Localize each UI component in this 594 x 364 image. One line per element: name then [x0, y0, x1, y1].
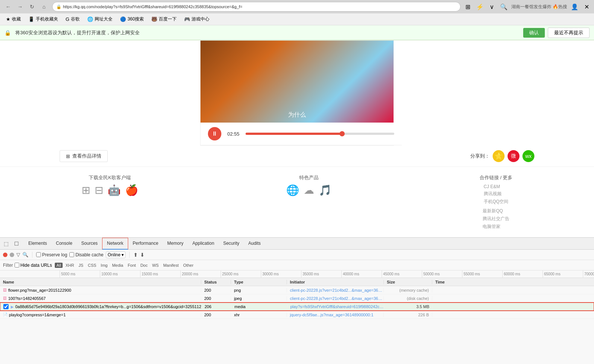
row1-initiator[interactable]: client-pc-20228.js?ver=21c4bd2...&max_ag… — [287, 288, 384, 292]
devtools-icon-buttons: ⬚ ☐ — [1, 239, 21, 248]
partner-ad[interactable]: 腾讯社交广告 — [483, 216, 509, 222]
tab-sources[interactable]: Sources — [77, 238, 102, 250]
row1-name-text: flower.png?max_age=2015122900 — [8, 288, 71, 292]
bookmark-label: 游戏中心 — [192, 16, 209, 22]
share-wechat-button[interactable]: wx — [522, 150, 534, 162]
filter-all[interactable]: All — [55, 263, 62, 268]
tab-application[interactable]: Application — [188, 238, 219, 250]
device-icon[interactable]: ☐ — [12, 239, 21, 248]
table-row[interactable]: 🖼 100?ts=1482405567 200 jpeg client-pc-2… — [0, 294, 594, 303]
confirm-button[interactable]: 确认 — [523, 28, 545, 38]
bookmark-360[interactable]: 🔵 360搜索 — [117, 15, 147, 24]
tick-3: 15000 ms — [140, 270, 180, 278]
user-avatar[interactable]: 👤 — [570, 2, 579, 11]
table-row[interactable]: 📄 playlog?compress=1&merge=1 200 xhr jqu… — [0, 311, 594, 319]
disable-cache-input[interactable] — [69, 252, 74, 257]
partner-manager[interactable]: 电脑管家 — [483, 224, 509, 230]
bookmark-games[interactable]: 🎮 游戏中心 — [181, 15, 212, 24]
header-initiator: Initiator — [287, 280, 384, 284]
filter-ws[interactable]: WS — [151, 262, 160, 268]
filter-js[interactable]: JS — [77, 262, 85, 268]
search-icon[interactable]: 🔍 — [499, 2, 508, 11]
filter-manifest[interactable]: Manifest — [162, 262, 180, 268]
row2-initiator[interactable]: client-pc-20228.js?ver=21c4bd2...&max_ag… — [287, 296, 384, 301]
preserve-log-input[interactable] — [36, 252, 41, 257]
filter-img[interactable]: Img — [99, 262, 109, 268]
windows2-icon[interactable]: ⊟ — [95, 184, 103, 196]
address-bar[interactable]: 🔒 https://kg.qq.com/node/play?s=fs9ShxfY… — [52, 2, 461, 12]
share-weibo-button[interactable]: 微 — [508, 150, 519, 162]
cloud-icon[interactable]: ☁ — [304, 184, 314, 196]
bookmark-mobile-fav[interactable]: 📱 手机收藏夹 — [25, 15, 61, 24]
bookmark-google[interactable]: G 谷歌 — [63, 15, 83, 24]
devtools-panel: ⬚ ☐ Elements Console Sources Network Per… — [0, 237, 594, 364]
tab-memory[interactable]: Memory — [163, 238, 188, 250]
tab-security[interactable]: Security — [219, 238, 244, 250]
bookmark-favorites[interactable]: ★ 收藏 — [3, 15, 24, 24]
tick-14: 70000 ms — [583, 270, 594, 278]
devtools-toolbar: ▽ 🔍 Preserve log Disable cache Online ▾ … — [0, 250, 594, 260]
progress-bar[interactable] — [246, 133, 394, 135]
tick-4: 20000 ms — [180, 270, 221, 278]
hide-data-urls-checkbox[interactable]: Hide data URLs — [15, 263, 52, 268]
partner-tencent[interactable]: 腾讯视频 — [484, 191, 509, 197]
music-icon[interactable]: 🎵 — [319, 184, 332, 196]
filter-font[interactable]: Font — [126, 262, 138, 268]
download-title: 下载全民K歌客户端 — [89, 174, 131, 181]
windows-icon[interactable]: ⊞ — [82, 184, 90, 196]
filter-xhr[interactable]: XHR — [64, 262, 76, 268]
bookmark-baidu[interactable]: 🐻 百度一下 — [148, 15, 180, 24]
filter-doc[interactable]: Doc — [139, 262, 149, 268]
table-row[interactable]: 🖼 flower.png?max_age=2015122900 200 png … — [0, 286, 594, 294]
tab-console[interactable]: Console — [51, 238, 77, 250]
tab-audits[interactable]: Audits — [244, 238, 265, 250]
back-button[interactable]: ← — [3, 1, 13, 12]
partner-links2: 最新新QQ 腾讯社交广告 电脑管家 — [483, 208, 509, 230]
chevron-down-icon[interactable]: ∨ — [487, 2, 496, 11]
globe2-icon[interactable]: 🌐 — [286, 184, 299, 196]
tick-2: 10000 ms — [100, 270, 140, 278]
hide-data-urls-input[interactable] — [15, 263, 19, 268]
download-icon[interactable]: ⬇ — [140, 252, 145, 258]
online-dropdown[interactable]: Online ▾ — [106, 251, 126, 258]
android-icon[interactable]: 🤖 — [108, 184, 121, 196]
close-icon[interactable]: ✕ — [582, 2, 591, 11]
image-icon: 🖼 — [3, 288, 7, 292]
tab-elements[interactable]: Elements — [24, 238, 51, 250]
clear-button[interactable] — [10, 253, 14, 257]
disable-cache-checkbox[interactable]: Disable cache — [69, 252, 103, 257]
forward-button[interactable]: → — [15, 1, 25, 12]
upload-icon[interactable]: ⬆ — [133, 252, 138, 258]
lightning-icon[interactable]: ⚡ — [475, 2, 484, 11]
preserve-log-checkbox[interactable]: Preserve log — [36, 252, 67, 257]
detail-button[interactable]: ⊞ 查看作品详情 — [60, 150, 108, 162]
tab-network[interactable]: Network — [102, 238, 128, 250]
bookmark-nav[interactable]: 🌐 网址大全 — [84, 15, 116, 24]
row4-initiator[interactable]: jquery-dc5f9ae...js?max_age=36148900000:… — [287, 313, 384, 317]
share-star-button[interactable]: ⭐ — [493, 150, 505, 162]
partner-qq[interactable]: 手机QQ空间 — [484, 199, 509, 205]
play-pause-button[interactable]: ⏸ — [208, 127, 221, 140]
filter-css[interactable]: CSS — [86, 262, 98, 268]
row3-checkbox[interactable] — [3, 304, 9, 309]
search-input-icon[interactable]: 🔍 — [22, 252, 28, 257]
filter-other[interactable]: Other — [182, 262, 195, 268]
row3-initiator[interactable]: play?s=fs9ShxfYvtriGfff&shareuid=619f988… — [287, 304, 384, 309]
tab-performance[interactable]: Performance — [128, 238, 163, 250]
record-button[interactable] — [3, 253, 7, 257]
apple-icon[interactable]: 🍎 — [125, 184, 138, 196]
home-button[interactable]: ⌂ — [39, 1, 49, 12]
row2-status: 200 — [201, 296, 231, 301]
partner-newqq[interactable]: 最新新QQ — [483, 208, 509, 214]
filter-media[interactable]: Media — [111, 262, 125, 268]
bookmark-label: 360搜索 — [127, 16, 144, 22]
filter-icon[interactable]: ▽ — [16, 252, 20, 257]
dismiss-button[interactable]: 最近不再提示 — [548, 28, 590, 38]
table-row[interactable]: ▶ 0a88d65d75e9496bf29a1803d0b9966193b0fc… — [0, 303, 594, 311]
inspect-icon[interactable]: ⬚ — [1, 239, 10, 248]
partner-cjem[interactable]: CJ E&M — [484, 184, 509, 189]
progress-fill — [246, 133, 342, 135]
row3-type: media — [231, 304, 287, 309]
grid-icon[interactable]: ⊞ — [464, 2, 473, 11]
refresh-button[interactable]: ↻ — [27, 1, 37, 12]
